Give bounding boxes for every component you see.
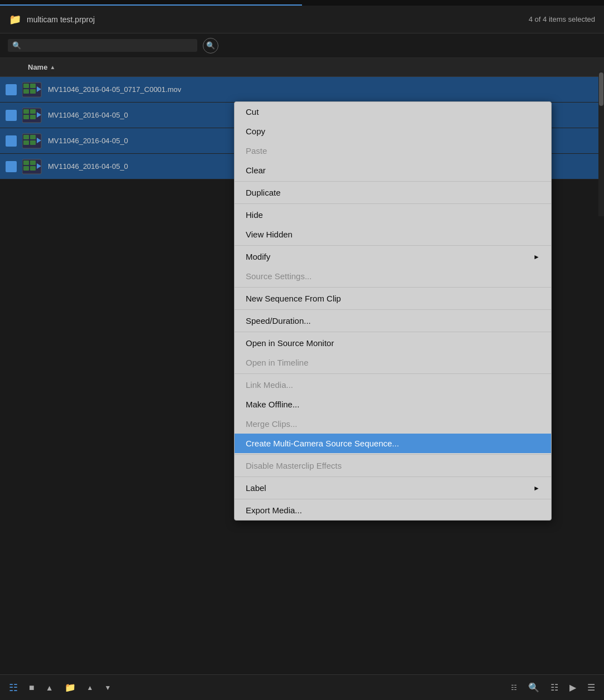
file-icon xyxy=(22,81,42,98)
menu-separator xyxy=(235,454,551,455)
svg-rect-19 xyxy=(23,161,29,165)
scrollbar-thumb[interactable] xyxy=(599,72,603,106)
menu-item-merge-clips: Merge Clips... xyxy=(235,414,551,434)
svg-rect-1 xyxy=(23,84,29,88)
menu-separator xyxy=(235,477,551,477)
svg-rect-22 xyxy=(30,166,36,171)
menu-item-cut[interactable]: Cut xyxy=(235,102,551,121)
menu-separator xyxy=(235,373,551,374)
menu-item-create-multicam[interactable]: Create Multi-Camera Source Sequence... xyxy=(235,434,551,453)
file-name: MV11046_2016-04-05_0 xyxy=(48,162,128,171)
items-selected-label: 4 of 4 items selected xyxy=(529,15,595,23)
file-checkbox[interactable] xyxy=(6,161,17,172)
file-checkbox[interactable] xyxy=(6,110,17,121)
search-bar: 🔍 🔍 xyxy=(0,33,604,58)
menu-item-view-hidden[interactable]: View Hidden xyxy=(235,225,551,244)
settings-bars-button[interactable]: ☰ xyxy=(584,680,598,695)
svg-rect-2 xyxy=(30,84,36,88)
list-view-button[interactable]: ☷ xyxy=(6,679,21,696)
file-icon xyxy=(22,158,42,175)
icon-size-small-button[interactable]: ☷ xyxy=(508,682,520,694)
toolbar-right: ☷ 🔍 ☷ ▶ ☰ xyxy=(508,680,598,695)
menu-separator xyxy=(235,309,551,310)
bottom-toolbar: ☷ ■ ▲ 📁 ▲ ▼ ☷ 🔍 ☷ ▶ ☰ xyxy=(0,674,604,700)
find-icon-circle[interactable]: 🔍 xyxy=(203,38,218,54)
freeform-view-button[interactable]: ▲ xyxy=(42,681,57,694)
svg-rect-14 xyxy=(30,135,36,139)
file-row[interactable]: MV11046_2016-04-05_0717_C0001.mov xyxy=(0,77,604,103)
new-bin-button[interactable]: 📁 xyxy=(61,680,79,695)
svg-rect-8 xyxy=(30,109,36,114)
svg-rect-9 xyxy=(23,115,29,119)
menu-item-label[interactable]: Label ► xyxy=(235,478,551,498)
file-name: MV11046_2016-04-05_0717_C0001.mov xyxy=(48,85,181,94)
context-menu: Cut Copy Paste Clear Duplicate Hide View… xyxy=(234,101,552,521)
menu-item-disable-masterclip: Disable Masterclip Effects xyxy=(235,456,551,475)
project-title: multicam test.prproj xyxy=(27,15,529,24)
svg-rect-4 xyxy=(30,89,36,94)
panels-button[interactable]: ☷ xyxy=(547,680,562,695)
menu-separator xyxy=(235,332,551,332)
svg-rect-16 xyxy=(30,140,36,145)
menu-separator xyxy=(235,245,551,246)
submenu-arrow-icon: ► xyxy=(533,484,540,492)
file-checkbox[interactable] xyxy=(6,135,17,147)
svg-rect-13 xyxy=(23,135,29,139)
menu-item-speed-duration[interactable]: Speed/Duration... xyxy=(235,311,551,330)
menu-item-paste: Paste xyxy=(235,141,551,161)
file-name: MV11046_2016-04-05_0 xyxy=(48,111,128,119)
menu-item-duplicate[interactable]: Duplicate xyxy=(235,183,551,202)
menu-item-link-media: Link Media... xyxy=(235,375,551,395)
menu-item-new-sequence[interactable]: New Sequence From Clip xyxy=(235,289,551,308)
svg-rect-10 xyxy=(30,115,36,119)
find-icon: 🔍 xyxy=(206,41,215,50)
menu-item-source-settings: Source Settings... xyxy=(235,266,551,286)
menu-item-export-media[interactable]: Export Media... xyxy=(235,500,551,520)
file-checkbox[interactable] xyxy=(6,84,17,95)
svg-rect-7 xyxy=(23,109,29,114)
menu-separator xyxy=(235,181,551,182)
menu-item-make-offline[interactable]: Make Offline... xyxy=(235,395,551,414)
sort-arrow-icon: ▲ xyxy=(50,64,55,70)
svg-rect-15 xyxy=(23,140,29,145)
menu-item-open-timeline: Open in Timeline xyxy=(235,353,551,372)
menu-separator xyxy=(235,203,551,204)
menu-item-copy[interactable]: Copy xyxy=(235,121,551,141)
menu-item-modify[interactable]: Modify ► xyxy=(235,247,551,266)
menu-item-hide[interactable]: Hide xyxy=(235,205,551,225)
name-column-header[interactable]: Name ▲ xyxy=(28,63,55,71)
menu-item-open-source-monitor[interactable]: Open in Source Monitor xyxy=(235,333,551,353)
svg-rect-3 xyxy=(23,89,29,94)
grid-view-button[interactable]: ■ xyxy=(26,680,38,695)
sort-up-button[interactable]: ▲ xyxy=(84,682,97,694)
menu-separator xyxy=(235,287,551,288)
folder-icon: 📁 xyxy=(9,13,21,26)
header-bar: 📁 multicam test.prproj 4 of 4 items sele… xyxy=(0,6,604,33)
search-magnifier-icon: 🔍 xyxy=(12,41,21,50)
find-button[interactable]: 🔍 xyxy=(525,680,543,695)
scrollbar-track[interactable] xyxy=(598,71,604,216)
search-input-wrap[interactable]: 🔍 xyxy=(8,39,197,52)
file-icon xyxy=(22,133,42,149)
svg-rect-20 xyxy=(30,161,36,165)
sort-down-button[interactable]: ▼ xyxy=(101,682,114,694)
svg-rect-21 xyxy=(23,166,29,171)
file-icon xyxy=(22,107,42,124)
submenu-arrow-icon: ► xyxy=(533,253,540,261)
search-input[interactable] xyxy=(25,41,193,50)
menu-item-clear[interactable]: Clear xyxy=(235,161,551,180)
file-name: MV11046_2016-04-05_0 xyxy=(48,137,128,145)
column-header: Name ▲ xyxy=(0,58,604,77)
media-encoder-button[interactable]: ▶ xyxy=(566,680,579,695)
menu-separator xyxy=(235,499,551,499)
